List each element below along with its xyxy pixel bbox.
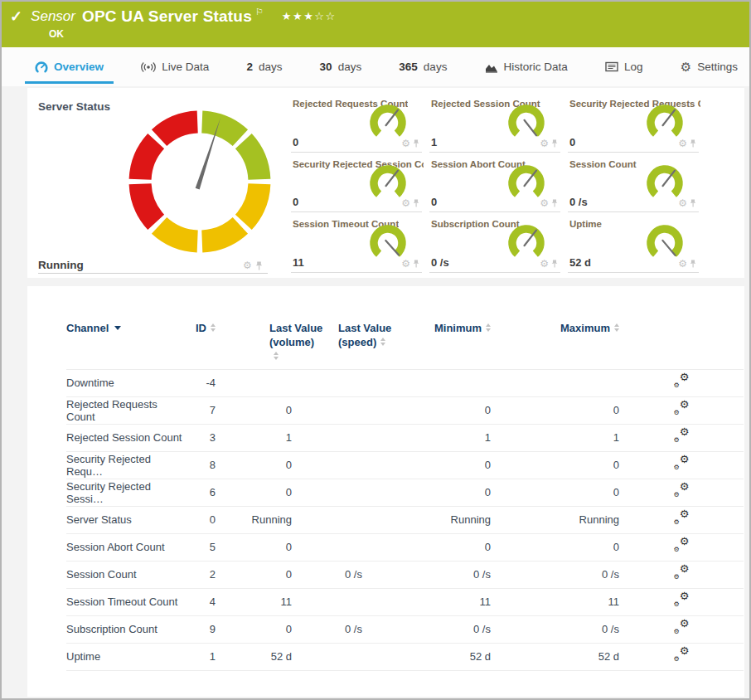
table-row[interactable]: Session Abort Count 5 0 0 0 ⚙ ⚙ xyxy=(66,533,744,561)
gear-icon: ⚙ xyxy=(681,61,691,73)
channel-settings-icon[interactable]: ⚙ ⚙ xyxy=(674,484,690,498)
gauge-gear-icon[interactable]: ⚙ xyxy=(678,139,687,148)
table-row[interactable]: Subscription Count 9 0 0 /s 0 /s 0 /s ⚙ … xyxy=(66,615,744,643)
channel-last-value-speed xyxy=(292,643,362,670)
channel-minimum: Running xyxy=(362,506,491,533)
channel-settings-icon[interactable]: ⚙ ⚙ xyxy=(674,621,690,634)
channel-last-value-speed xyxy=(292,396,362,424)
gauge-pin-icon[interactable] xyxy=(551,139,558,148)
gauge-gear-icon[interactable]: ⚙ xyxy=(243,260,252,270)
gauge-gear-icon[interactable]: ⚙ xyxy=(678,259,687,269)
mini-gauge-cell: Rejected Session Count 1 ⚙ xyxy=(429,92,560,153)
channel-name: Security Rejected Requ… xyxy=(66,451,182,479)
gauge-pin-icon[interactable] xyxy=(690,139,696,148)
gauge-pin-icon[interactable] xyxy=(690,199,696,207)
channel-settings-icon[interactable]: ⚙ ⚙ xyxy=(674,375,690,388)
channel-settings-icon[interactable]: ⚙ ⚙ xyxy=(674,457,690,470)
column-header-maximum[interactable]: Maximum xyxy=(491,321,619,369)
gauge-pin-icon[interactable] xyxy=(255,261,263,270)
channel-settings-icon[interactable]: ⚙ ⚙ xyxy=(674,512,690,525)
channel-settings-icon[interactable]: ⚙ ⚙ xyxy=(674,430,690,443)
gauge-gear-icon[interactable]: ⚙ xyxy=(401,259,410,269)
tab-2-days[interactable]: 2 days xyxy=(236,47,292,86)
tab-log[interactable]: Log xyxy=(595,47,653,86)
live-icon xyxy=(141,61,156,73)
table-row[interactable]: Security Rejected Requ… 8 0 0 0 ⚙ ⚙ xyxy=(66,451,744,479)
status-check-icon: ✓ xyxy=(10,7,22,26)
channel-minimum: 0 /s xyxy=(362,561,491,588)
mini-gauge-value: 0 /s xyxy=(431,256,449,269)
column-header-last-value-volume[interactable]: Last Value (volume) xyxy=(216,321,292,369)
channel-settings-icon[interactable]: ⚙ ⚙ xyxy=(674,402,690,416)
table-row[interactable]: Server Status 0 Running Running Running … xyxy=(66,506,744,533)
channel-settings-icon[interactable]: ⚙ ⚙ xyxy=(674,566,690,580)
channel-maximum: 0 /s xyxy=(491,615,619,643)
mini-gauge-cell: Session Count 0 /s ⚙ xyxy=(568,153,699,213)
gauge-pin-icon[interactable] xyxy=(551,260,558,268)
gauge-pin-icon[interactable] xyxy=(413,260,419,268)
sort-arrows-icon xyxy=(380,338,385,346)
column-header-id[interactable]: ID xyxy=(182,321,216,369)
gauge-pin-icon[interactable] xyxy=(413,139,419,148)
channel-last-value-volume: 0 xyxy=(216,479,292,506)
gauge-pin-icon[interactable] xyxy=(690,260,696,268)
table-row[interactable]: Rejected Session Count 3 1 1 1 ⚙ ⚙ xyxy=(66,424,744,451)
channel-maximum: 1 xyxy=(491,424,619,451)
channel-last-value-volume: 1 xyxy=(216,424,292,451)
gauge-gear-icon[interactable]: ⚙ xyxy=(540,259,549,269)
mini-gauge-cell: Security Rejected Session Co… 0 ⚙ xyxy=(291,153,422,213)
channel-maximum: Running xyxy=(491,506,619,533)
table-row[interactable]: Rejected Requests Count 7 0 0 0 ⚙ ⚙ xyxy=(66,396,744,424)
gauge-gear-icon[interactable]: ⚙ xyxy=(401,198,410,208)
gauge-gear-icon[interactable]: ⚙ xyxy=(540,198,549,208)
channel-last-value-volume: 0 xyxy=(216,396,292,424)
table-row[interactable]: Session Timeout Count 4 11 11 11 ⚙ ⚙ xyxy=(66,588,744,615)
channel-settings-icon[interactable]: ⚙ ⚙ xyxy=(674,539,690,552)
table-header-row: Channel ID Last Value (volume) Last Valu… xyxy=(66,321,744,369)
gauge-gear-icon[interactable]: ⚙ xyxy=(540,139,549,148)
mini-gauge xyxy=(645,163,685,202)
table-row[interactable]: Session Count 2 0 0 /s 0 /s 0 /s ⚙ ⚙ xyxy=(66,561,744,588)
table-row[interactable]: Downtime -4 ⚙ ⚙ xyxy=(66,369,744,396)
tab-historic-data[interactable]: Historic Data xyxy=(475,47,578,86)
channel-maximum: 0 xyxy=(491,479,619,506)
channel-minimum: 0 xyxy=(362,396,491,424)
primary-gauge-value: Running xyxy=(38,259,84,271)
channel-last-value-speed xyxy=(292,588,362,615)
channel-name: Session Count xyxy=(66,561,182,588)
channel-settings-icon[interactable]: ⚙ ⚙ xyxy=(674,594,690,607)
gauge-gear-icon[interactable]: ⚙ xyxy=(678,198,687,208)
channel-name: Downtime xyxy=(66,369,182,396)
flag-icon[interactable]: ⚐ xyxy=(255,7,264,17)
gauge-pin-icon[interactable] xyxy=(551,199,558,207)
table-row[interactable]: Uptime 1 52 d 52 d 52 d ⚙ ⚙ xyxy=(66,643,744,670)
channel-id: -4 xyxy=(182,369,216,396)
channel-id: 1 xyxy=(182,643,216,670)
table-row[interactable]: Security Rejected Sessi… 6 0 0 0 ⚙ ⚙ xyxy=(66,479,744,506)
channel-last-value-volume: 52 d xyxy=(216,643,292,670)
tab-settings[interactable]: ⚙ Settings xyxy=(671,47,748,86)
tab-live-data[interactable]: Live Data xyxy=(131,47,219,86)
channel-last-value-speed xyxy=(292,479,362,506)
gauge-gear-icon[interactable]: ⚙ xyxy=(401,139,410,148)
gauge-pin-icon[interactable] xyxy=(413,199,419,207)
channel-last-value-speed xyxy=(292,424,362,451)
channel-name: Rejected Session Count xyxy=(66,424,182,451)
channel-name: Rejected Requests Count xyxy=(66,396,182,424)
channel-maximum: 52 d xyxy=(491,643,619,670)
channel-minimum: 52 d xyxy=(362,643,491,670)
mini-gauge-value: 11 xyxy=(293,256,304,269)
channel-last-value-volume: Running xyxy=(216,506,292,533)
column-header-channel[interactable]: Channel xyxy=(66,321,182,369)
tab-365-days[interactable]: 365 days xyxy=(389,47,457,86)
channel-settings-icon[interactable]: ⚙ ⚙ xyxy=(674,649,690,662)
channel-name: Uptime xyxy=(66,643,182,670)
channel-minimum: 1 xyxy=(362,424,491,451)
mini-gauge-value: 0 /s xyxy=(569,196,588,208)
channel-last-value-speed: 0 /s xyxy=(292,561,362,588)
mini-gauge-value: 52 d xyxy=(569,256,591,269)
tab-30-days[interactable]: 30 days xyxy=(310,47,372,86)
priority-stars[interactable]: ★★★☆☆ xyxy=(282,10,337,22)
channel-last-value-volume: 0 xyxy=(216,451,292,479)
tab-overview[interactable]: Overview xyxy=(25,47,114,86)
